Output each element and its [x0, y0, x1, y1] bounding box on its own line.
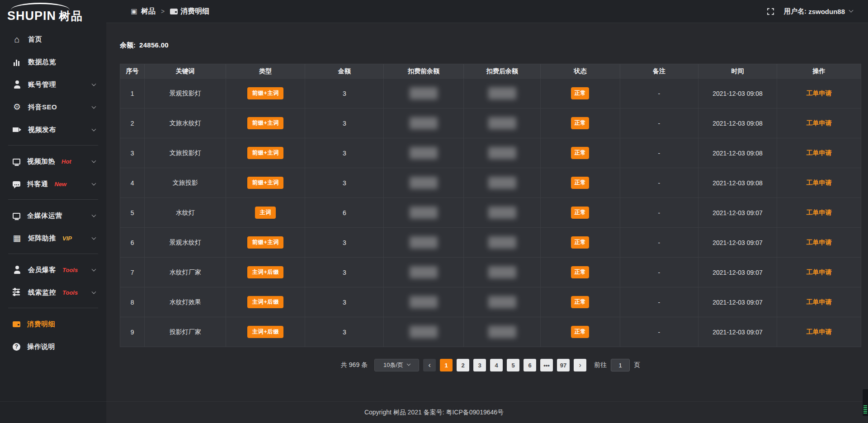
fullscreen-icon[interactable]: [767, 8, 774, 15]
wallet-icon: [170, 9, 178, 14]
table-header-cell: 序号: [120, 64, 145, 78]
work-order-link[interactable]: 工单申请: [806, 209, 831, 217]
cell-index: 1: [120, 79, 145, 108]
cell-action: 工单申请: [777, 317, 861, 347]
tools-tag: Tools: [62, 267, 78, 273]
sidebar-item-lead-monitor[interactable]: 线索监控 Tools: [0, 281, 106, 304]
cell-type: 前缀+主词: [226, 228, 305, 257]
work-order-link[interactable]: 工单申请: [806, 119, 831, 127]
sidebar-item-consumption-detail[interactable]: 消费明细: [0, 313, 106, 335]
page-button[interactable]: 6: [524, 359, 536, 371]
next-page-button[interactable]: ›: [574, 359, 586, 371]
sidebar-divider: [8, 254, 98, 254]
blurred-balance-before: [410, 296, 438, 308]
breadcrumb-current: 消费明细: [180, 7, 209, 16]
cell-index: 7: [120, 258, 145, 287]
cell-amount: 3: [305, 79, 384, 108]
logo-text-cn: 树品: [59, 9, 83, 24]
work-order-link[interactable]: 工单申请: [806, 149, 831, 157]
work-order-link[interactable]: 工单申请: [806, 89, 831, 98]
page-button[interactable]: 2: [457, 359, 469, 371]
cell-remark: -: [620, 317, 699, 347]
sidebar-item-home[interactable]: 首页: [0, 28, 106, 51]
page-button[interactable]: 4: [490, 359, 503, 371]
table-header-cell: 备注: [620, 64, 699, 78]
sidebar-divider: [8, 308, 98, 308]
cell-keyword: 水纹灯: [145, 198, 226, 227]
page-button[interactable]: 97: [557, 359, 570, 371]
work-order-link[interactable]: 工单申请: [806, 239, 831, 247]
cell-keyword: 水纹灯效果: [145, 287, 226, 317]
side-chat-widget[interactable]: [862, 389, 868, 417]
sidebar-item-account[interactable]: 账号管理: [0, 73, 106, 96]
sidebar-item-all-media[interactable]: 全媒体运营: [0, 204, 106, 227]
cell-index: 2: [120, 108, 145, 138]
page-button[interactable]: 1: [440, 359, 453, 371]
sidebar-divider: [8, 145, 98, 146]
status-badge: 正常: [571, 177, 589, 189]
cell-amount: 3: [305, 287, 384, 317]
pagination: 共 969 条 10条/页 ‹ 123456•••97 › 前往 页: [120, 358, 861, 372]
chevron-down-icon: [92, 213, 96, 217]
type-badge: 主词+后缀: [247, 326, 283, 338]
cell-amount: 3: [305, 317, 384, 347]
work-order-link[interactable]: 工单申请: [806, 179, 831, 187]
table-row: 3 文旅投影灯 前缀+主词 3 正常 - 2021-12-03 09:08: [120, 138, 861, 168]
sidebar-item-member-baoke[interactable]: 会员爆客 Tools: [0, 258, 106, 281]
page-button[interactable]: 5: [507, 359, 519, 371]
cell-type: 主词+后缀: [226, 287, 305, 317]
cell-balance-after: [464, 138, 541, 168]
home-icon: [13, 35, 21, 43]
sidebar-item-douyin-seo[interactable]: 抖音SEO: [0, 96, 106, 118]
goto-page-input[interactable]: [611, 359, 630, 371]
cell-status: 正常: [541, 228, 620, 257]
cell-action: 工单申请: [777, 198, 861, 227]
cell-type: 主词+后缀: [226, 258, 305, 287]
table-row: 2 文旅水纹灯 前缀+主词 3 正常 - 2021-12-03 09:08: [120, 108, 861, 138]
cell-time: 2021-12-03 09:08: [698, 108, 777, 138]
sidebar-item-data-overview[interactable]: 数据总览: [0, 51, 106, 73]
work-order-link[interactable]: 工单申请: [806, 268, 831, 277]
sidebar-divider: [8, 199, 98, 200]
table-header-row: 序号关键词类型金额扣费前余额扣费后余额状态备注时间操作: [120, 64, 861, 78]
status-badge: 正常: [571, 207, 589, 219]
cell-status: 正常: [541, 287, 620, 317]
cell-action: 工单申请: [777, 79, 861, 108]
blurred-balance-before: [410, 117, 438, 129]
cell-type: 主词+后缀: [226, 317, 305, 347]
cell-balance-after: [464, 317, 541, 347]
cell-balance-after: [464, 198, 541, 227]
work-order-link[interactable]: 工单申请: [806, 298, 831, 306]
table-row: 4 文旅投影 前缀+主词 3 正常 - 2021-12-03 09:08: [120, 168, 861, 197]
sidebar-item-video-heat[interactable]: 视频加热 Hot: [0, 150, 106, 173]
prev-page-button[interactable]: ‹: [423, 359, 436, 371]
page-size-select[interactable]: 10条/页: [374, 359, 419, 371]
table-header-cell: 关键词: [145, 64, 226, 78]
page-button[interactable]: •••: [540, 359, 553, 371]
sidebar-item-douketong[interactable]: 抖客通 New: [0, 173, 106, 195]
username-label: 用户名:: [784, 7, 807, 16]
table-header-cell: 类型: [226, 64, 305, 78]
blurred-balance-after: [488, 117, 516, 129]
blurred-balance-after: [488, 207, 516, 219]
cell-balance-before: [384, 79, 464, 108]
cell-action: 工单申请: [777, 258, 861, 287]
sidebar-item-instructions[interactable]: 操作说明: [0, 335, 106, 358]
help-circle-icon: [13, 343, 20, 351]
work-order-link[interactable]: 工单申请: [806, 328, 831, 336]
monitor-icon: [13, 213, 20, 219]
sidebar-item-matrix-boost[interactable]: 矩阵助推 VIP: [0, 227, 106, 249]
cell-keyword: 景观投影灯: [145, 79, 226, 108]
blurred-balance-before: [410, 177, 438, 189]
sidebar-item-video-publish[interactable]: 视频发布: [0, 118, 106, 141]
video-camera-icon: [13, 126, 21, 134]
cell-type: 前缀+主词: [226, 79, 305, 108]
blurred-balance-after: [488, 236, 516, 249]
page-button[interactable]: 3: [473, 359, 486, 371]
chevron-down-icon: [407, 362, 410, 366]
app-icon: [130, 7, 138, 15]
user-dropdown[interactable]: 用户名: zswodun88: [784, 7, 853, 16]
cell-status: 正常: [541, 317, 620, 347]
gear-icon: [13, 103, 21, 111]
breadcrumb-root[interactable]: 树品: [141, 7, 156, 16]
